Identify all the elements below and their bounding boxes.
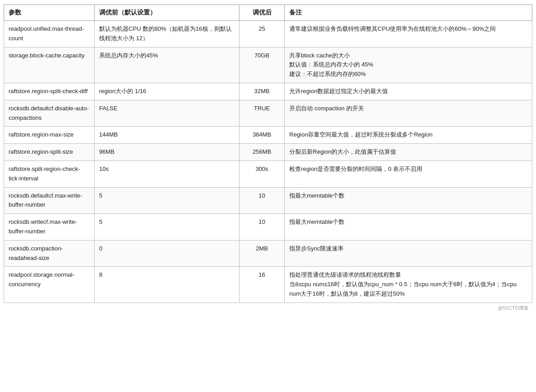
cell-param: rocksdb.defaultcf.disable-auto-compactio… <box>4 100 95 127</box>
table-row: raftstore.region-split-size96MB256MB分裂后新… <box>4 144 532 161</box>
cell-before: region大小的 1/16 <box>95 83 239 100</box>
cell-param: readpool.storage.normal-concurrency <box>4 267 95 302</box>
cell-note: Region容量空间最大值，超过时系统分裂成多个Region <box>285 127 532 144</box>
table-row: raftstore.region-max-size144MB384MBRegio… <box>4 127 532 144</box>
cell-after: 300s <box>239 161 285 187</box>
cell-before: 0 <box>95 240 239 267</box>
table-row: rocksdb.defaultcf.max-write-buffer-numbe… <box>4 187 532 214</box>
cell-after: 25 <box>239 21 285 47</box>
table-wrapper: 参数 调优前（默认设置） 调优后 备注 readpool.unified.max… <box>0 0 536 317</box>
cell-before: 144MB <box>95 127 239 144</box>
table-row: rocksdb.compaction-readahead-size02MB指异步… <box>4 240 532 267</box>
header-param: 参数 <box>4 5 95 21</box>
cell-note: 检查region是否需要分裂的时间间隔，0 表示不启用 <box>285 161 532 187</box>
cell-param: rocksdb.compaction-readahead-size <box>4 240 95 267</box>
table-row: readpool.storage.normal-concurrency816指处… <box>4 267 532 302</box>
cell-param: raftstore.region-max-size <box>4 127 95 144</box>
cell-param: raftstore.region-split-check-diff <box>4 83 95 100</box>
cell-after: 2MB <box>239 240 285 267</box>
cell-after: 10 <box>239 187 285 214</box>
table-row: readpool.unified.max-thread-count默认为机器CP… <box>4 21 532 47</box>
cell-after: 10 <box>239 214 285 241</box>
cell-note: 通常建议根据业务负载特性调整其CPU使用率为在线程池大小的60%～90%之间 <box>285 21 532 47</box>
cell-after: TRUE <box>239 100 285 127</box>
cell-param: raftstore.region-split-size <box>4 144 95 161</box>
cell-note: 指最大memtable个数 <box>285 187 532 214</box>
table-row: rocksdb.writecf.max-write-buffer-number5… <box>4 214 532 241</box>
cell-param: storage.block-cache.capacity <box>4 47 95 83</box>
table-header-row: 参数 调优前（默认设置） 调优后 备注 <box>4 5 532 21</box>
table-row: rocksdb.defaultcf.disable-auto-compactio… <box>4 100 532 127</box>
cell-after: 32MB <box>239 83 285 100</box>
cell-before: 5 <box>95 187 239 214</box>
header-before: 调优前（默认设置） <box>95 5 239 21</box>
watermark: @51CTO博客 <box>4 303 532 312</box>
cell-before: 默认为机器CPU 数的80%（如机器为16核，则默认线程池大小为 12） <box>95 21 239 47</box>
cell-param: readpool.unified.max-thread-count <box>4 21 95 47</box>
cell-after: 256MB <box>239 144 285 161</box>
cell-before: 8 <box>95 267 239 302</box>
cell-note: 开启自动 compaction 的开关 <box>285 100 532 127</box>
cell-after: 384MB <box>239 127 285 144</box>
cell-note: 允许region数据超过指定大小的最大值 <box>285 83 532 100</box>
header-after: 调优后 <box>239 5 285 21</box>
table-row: storage.block-cache.capacity系统总内存大小的45%7… <box>4 47 532 83</box>
cell-note: 共享block cache的大小默认值：系统总内存大小的 45%建议：不超过系统… <box>285 47 532 83</box>
cell-note: 分裂后新Region的大小，此值属于估算值 <box>285 144 532 161</box>
cell-before: 96MB <box>95 144 239 161</box>
cell-note: 指异步Sync限速速率 <box>285 240 532 267</box>
cell-before: FALSE <box>95 100 239 127</box>
cell-after: 16 <box>239 267 285 302</box>
params-table: 参数 调优前（默认设置） 调优后 备注 readpool.unified.max… <box>4 5 532 303</box>
cell-param: rocksdb.defaultcf.max-write-buffer-numbe… <box>4 187 95 214</box>
cell-after: 70GB <box>239 47 285 83</box>
table-row: raftstore.region-split-check-diffregion大… <box>4 83 532 100</box>
cell-note: 指处理普通优先级读请求的线程池线程数量当8≤cpu num≤16时，默认值为cp… <box>285 267 532 302</box>
cell-before: 5 <box>95 214 239 241</box>
cell-param: raftstore.split-region-check-tick-interv… <box>4 161 95 187</box>
cell-before: 10s <box>95 161 239 187</box>
header-note: 备注 <box>285 5 532 21</box>
cell-note: 指最大memtable个数 <box>285 214 532 241</box>
table-row: raftstore.split-region-check-tick-interv… <box>4 161 532 187</box>
cell-before: 系统总内存大小的45% <box>95 47 239 83</box>
cell-param: rocksdb.writecf.max-write-buffer-number <box>4 214 95 241</box>
